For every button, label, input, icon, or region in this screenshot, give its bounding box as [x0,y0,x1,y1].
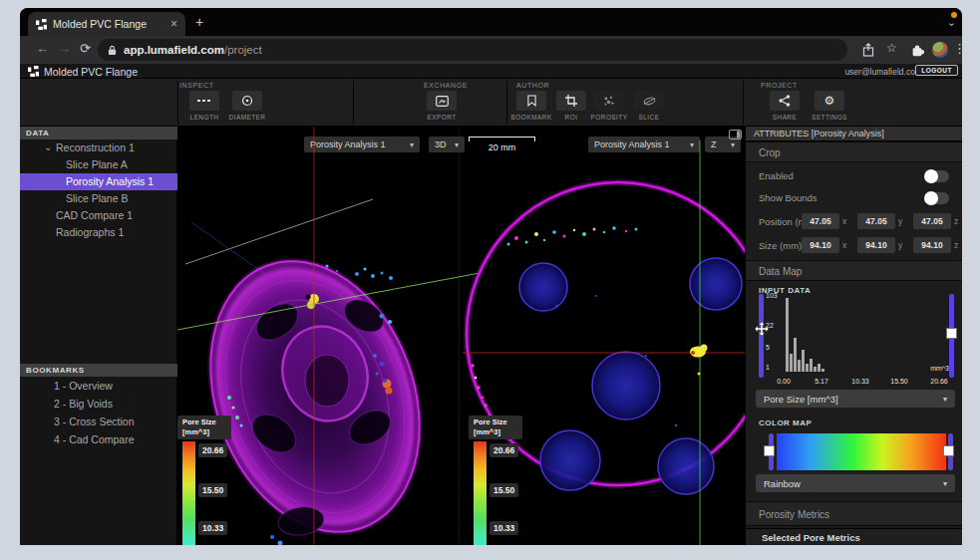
bookmark-item-cad-compare[interactable]: 4 - Cad Compare [20,431,177,448]
hist-x-tick: 20.66 [930,378,948,385]
sidebar-item-cad-compare[interactable]: CAD Compare 1 [20,207,177,224]
histogram-range-handle-right[interactable] [946,328,957,339]
length-tool-button[interactable] [189,91,219,111]
slice-button[interactable] [634,91,664,111]
export-label: EXPORT [427,114,456,121]
bookmark-item-overview[interactable]: 1 - Overview [20,378,177,395]
position-z-input[interactable]: 47.05 [913,213,951,229]
legend-tick: 10.33 [490,521,518,535]
lumafield-logo [28,66,39,77]
roi-label: ROI [565,114,578,121]
flange-slice-outline [467,182,745,485]
app-header: Molded PVC Flange user@lumafield.com LOG… [20,64,962,79]
tab-overflow-chevron-icon[interactable] [947,17,956,28]
show-bounds-toggle[interactable] [925,192,949,204]
position-x-input[interactable]: 47.05 [802,213,839,229]
selected-pore-metrics-header[interactable]: Selected Pore Metrics [746,528,962,545]
slice-icon [643,96,656,107]
size-z-input[interactable]: 94.10 [913,237,951,253]
channel-select[interactable]: Pore Size [mm^3] [756,390,955,408]
axis-x-label: x [842,216,846,226]
sidebar-item-slice-plane-b[interactable]: Slice Plane B [20,190,177,207]
legend-tick: 15.50 [198,483,227,497]
pore-size-colorbar [182,441,195,545]
viewport[interactable]: Porosity Analysis 1 3D 20 mm Porosity An… [177,127,745,545]
share-label: SHARE [773,114,797,121]
move-cursor-icon[interactable] [755,322,769,336]
tree-label: Porosity Analysis 1 [66,175,154,187]
extensions-puzzle-icon[interactable] [910,43,924,57]
profile-avatar[interactable] [932,42,948,58]
diameter-tool-button[interactable] [232,91,262,111]
url-path: /project [224,44,262,56]
logout-button[interactable]: LOGOUT [915,65,958,76]
colormap-handle-right[interactable] [943,445,954,456]
size-label: Size (mm) [759,240,802,251]
sidebar-item-slice-plane-a[interactable]: Slice Plane A [20,156,177,173]
colormap-select[interactable]: Rainbow [756,474,955,492]
forward-icon[interactable] [58,42,71,55]
settings-button[interactable] [815,91,844,111]
position-y-input[interactable]: 47.05 [857,213,895,229]
reload-icon[interactable] [80,42,91,55]
back-icon[interactable] [36,42,49,55]
roi-button[interactable] [556,91,586,111]
toolbar-group-exchange: EXCHANGE [424,82,468,89]
length-icon [197,98,211,104]
data-map-section-header[interactable]: Data Map [746,260,962,281]
toolbar-group-project: PROJECT [761,82,798,89]
histogram-range-rail-left[interactable] [759,294,764,378]
bookmark-item-cross-section[interactable]: 3 - Cross Section [20,414,177,430]
browser-tab[interactable]: Molded PVC Flange [28,12,185,36]
tree-label: Reconstruction 1 [56,141,135,153]
sidebar-item-radiographs[interactable]: Radiographs 1 [20,224,177,241]
hist-y-tick: 5 [766,344,770,351]
pore-size-legend-title: Pore Size [mm^3] [469,416,522,439]
lumafield-favicon [36,19,47,30]
attributes-panel: ATTRIBUTES [Porosity Analysis] Crop Enab… [745,127,962,545]
porosity-label: POROSITY [591,114,628,121]
new-tab-button[interactable] [195,14,203,30]
legend-tick: 15.50 [490,483,518,497]
hist-unit-label: mm^3 [925,365,949,372]
colormap-gradient [777,433,946,470]
tab-close-icon[interactable] [170,18,177,30]
share-button[interactable] [770,91,800,111]
colormap-handle-left[interactable] [764,445,775,456]
size-x-input[interactable]: 94.10 [802,237,839,253]
lock-icon [108,45,117,56]
export-button[interactable] [427,91,457,111]
show-bounds-label: Show Bounds [759,192,817,203]
panel-toggle-icon[interactable] [729,130,742,140]
sidebar-item-reconstruction[interactable]: Reconstruction 1 [20,140,177,156]
toolbar-divider [353,81,354,125]
tree-label: Slice Plane A [66,158,128,170]
browser-menu-icon[interactable] [953,42,962,55]
tree-label: Radiographs 1 [56,226,124,238]
legend-tick: 20.66 [198,443,227,457]
size-y-input[interactable]: 94.10 [857,237,895,253]
selected-colormap: Rainbow [764,478,801,489]
porosity-metrics-section-header[interactable]: Porosity Metrics [746,501,962,526]
chevron-down-icon[interactable] [44,139,52,155]
bookmark-button[interactable] [516,91,546,111]
enabled-toggle[interactable] [925,170,949,182]
sidebar: DATA Reconstruction 1 Slice Plane A Poro… [20,127,177,545]
axis-x-label: x [842,240,846,250]
crop-section-header[interactable]: Crop [746,141,962,162]
bookmark-item-big-voids[interactable]: 2 - Big Voids [20,396,177,413]
address-input[interactable]: app.lumafield.com/project [98,39,847,61]
axis-y-label: y [898,240,902,250]
porosity-icon [603,95,615,107]
diameter-label: DIAMETER [229,114,266,121]
selected-pore[interactable] [690,345,708,376]
diameter-icon [241,95,253,107]
bookmark-star-icon[interactable] [886,42,897,54]
slice-label: SLICE [639,114,660,121]
hist-y-tick: 1 [766,364,770,371]
bookmark-label: 3 - Cross Section [54,416,135,427]
sidebar-item-porosity-analysis[interactable]: Porosity Analysis 1 [20,173,177,190]
hist-x-tick: 5.17 [815,378,828,385]
porosity-button[interactable] [594,91,624,111]
share-page-icon[interactable] [862,43,874,57]
